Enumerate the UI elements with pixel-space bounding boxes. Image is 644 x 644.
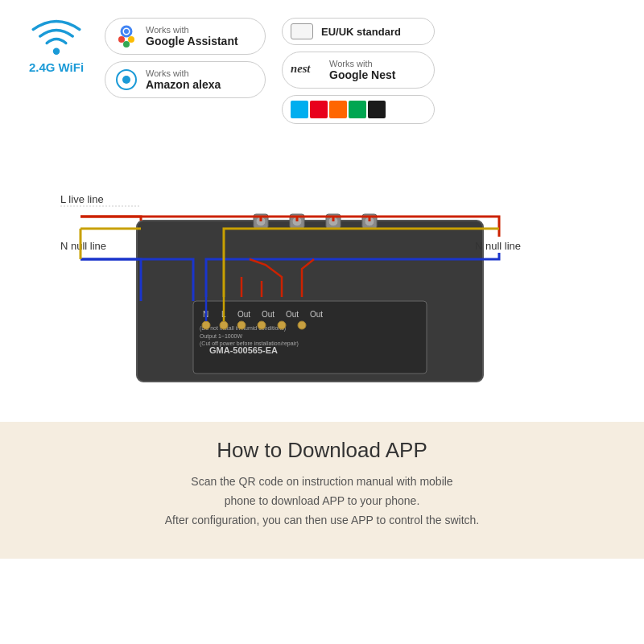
svg-point-5 [124,29,129,34]
svg-text:N null line: N null line [60,240,106,252]
alexa-icon [114,67,139,93]
svg-text:Out: Out [237,310,250,319]
badges-right: EU/UK standard nest Works with Google Ne… [282,18,435,124]
alexa-name: Amazon alexa [146,78,221,91]
svg-point-2 [118,36,125,43]
wiring-section: N L Out Out Out Out GMA-500565-EA (Do no… [0,132,644,422]
desc-line3: After configuration, you can then use AP… [165,514,479,526]
download-title: How to Download APP [32,438,612,463]
svg-point-24 [298,321,306,329]
wifi-label: 2.4G WiFi [29,60,84,74]
svg-point-22 [258,321,266,329]
nest-works-label: Works with [329,59,395,68]
svg-text:(Cut off power before installa: (Cut off power before installation/repai… [200,341,299,347]
google-assistant-icon [114,23,139,49]
svg-text:Out: Out [310,310,323,319]
download-desc: Scan the QR code on instruction manual w… [32,473,612,530]
desc-line1: Scan the QR code on instruction manual w… [191,475,452,488]
svg-point-3 [128,36,134,43]
google-nest-badge: nest Works with Google Nest [282,52,435,89]
eu-uk-label: EU/UK standard [321,26,401,38]
bottom-section: How to Download APP Scan the QR code on … [0,422,644,559]
eu-uk-icon [291,23,313,39]
svg-text:Out: Out [262,310,275,319]
wiring-diagram: N L Out Out Out Out GMA-500565-EA (Do no… [16,140,628,414]
svg-text:L live line: L live line [60,193,104,205]
svg-point-23 [278,321,286,329]
wifi-icon [28,14,85,59]
ifttt-icon [291,101,386,118]
svg-point-19 [202,321,210,329]
google-assistant-name: Google Assistant [146,35,238,47]
eu-uk-badge: EU/UK standard [282,18,435,45]
ifttt-badge [282,95,435,124]
svg-point-21 [237,321,246,329]
badges-left: Works with Google Assistant Works with A… [105,18,266,98]
svg-text:N null line: N null line [475,240,521,252]
desc-line2: phone to download APP to your phone. [225,494,420,507]
amazon-alexa-badge: Works with Amazon alexa [105,61,266,98]
google-assistant-badge: Works with Google Assistant [105,18,266,55]
svg-text:nest: nest [291,62,311,75]
svg-point-0 [53,47,60,54]
wifi-badge: 2.4G WiFi [16,14,97,74]
google-assistant-works-label: Works with [146,25,238,35]
svg-text:Out: Out [286,310,299,319]
nest-name: Google Nest [329,68,395,81]
svg-point-4 [123,41,130,47]
top-section: 2.4G WiFi Works with Google Assistant [0,0,644,132]
svg-point-20 [220,321,228,329]
nest-icon: nest [291,57,323,83]
alexa-works-label: Works with [146,68,221,78]
svg-text:GMA-500565-EA: GMA-500565-EA [209,345,278,355]
svg-text:Output 1~1000W: Output 1~1000W [200,333,243,340]
